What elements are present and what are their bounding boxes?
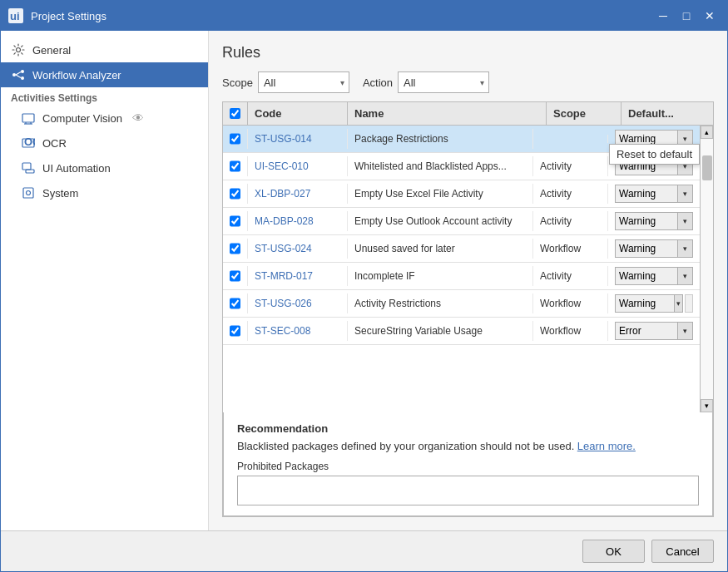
default-select-6[interactable]: WarningError	[615, 294, 675, 313]
dropdown-btn-7[interactable]: ▾	[678, 322, 693, 340]
sidebar-item-ui-automation[interactable]: UI Automation	[1, 155, 208, 180]
recommendation-panel: Recommendation Blacklisted packages defi…	[223, 412, 713, 516]
td-code-4: ST-USG-024	[248, 239, 348, 259]
td-default-4: WarningError ▾	[608, 235, 700, 262]
row-checkbox-0[interactable]	[230, 133, 240, 145]
dropdown-btn-5[interactable]: ▾	[678, 267, 693, 285]
td-name-1: Whitelisted and Blacklisted Apps...	[348, 156, 533, 176]
table-row: ST-SEC-008 SecureString Variable Usage W…	[223, 318, 700, 345]
sidebar-item-general[interactable]: General	[1, 37, 208, 62]
svg-rect-16	[23, 188, 33, 198]
td-name-6: Activity Restrictions	[348, 293, 533, 313]
table-scrollbar: ▴ ▾	[700, 126, 713, 412]
scope-select-wrap: All Activity Workflow	[258, 72, 349, 93]
table-row: ST-USG-014 Package Restrictions WarningE…	[223, 126, 700, 153]
dropdown-btn-2[interactable]: ▾	[678, 185, 693, 203]
close-button[interactable]: ✕	[699, 5, 721, 27]
sidebar: General Workflow Analyzer Activities Set…	[1, 31, 209, 530]
dropdown-btn-4[interactable]: ▾	[678, 239, 693, 258]
td-checkbox-0	[223, 129, 248, 149]
computer-vision-icon	[21, 111, 36, 126]
sidebar-item-workflow-analyzer[interactable]: Workflow Analyzer	[1, 62, 208, 87]
svg-point-2	[17, 48, 21, 52]
scroll-up-btn[interactable]: ▴	[701, 126, 713, 139]
header-checkbox[interactable]	[230, 108, 240, 119]
main-content: Rules Scope All Activity Workflow Action	[209, 31, 727, 530]
learn-more-link[interactable]: Learn more.	[577, 440, 636, 452]
sidebar-item-ocr[interactable]: OCR OCR	[1, 131, 208, 155]
minimize-button[interactable]: ─	[652, 5, 674, 27]
dropdown-btn-3[interactable]: ▾	[678, 212, 693, 230]
td-checkbox-5	[223, 266, 248, 286]
default-select-5[interactable]: WarningError	[615, 267, 678, 285]
scroll-thumb[interactable]	[702, 155, 712, 180]
scroll-track	[701, 139, 713, 399]
svg-point-3	[12, 73, 16, 76]
scope-select[interactable]: All Activity Workflow	[258, 72, 349, 93]
sidebar-general-label: General	[32, 44, 71, 57]
td-scope-1: Activity	[533, 156, 608, 176]
dropdown-btn-6[interactable]: ▾	[675, 294, 683, 313]
td-name-5: Incomplete IF	[348, 266, 533, 286]
row-checkbox-4[interactable]	[230, 243, 240, 254]
default-select-3[interactable]: WarningError	[615, 212, 678, 230]
td-code-6: ST-USG-026	[248, 293, 348, 313]
td-name-2: Empty Use Excel File Activity	[348, 184, 533, 204]
th-name: Name	[348, 102, 547, 125]
footer: OK Cancel	[1, 530, 727, 571]
scroll-down-btn[interactable]: ▾	[701, 399, 713, 412]
ui-automation-icon	[21, 160, 36, 175]
prohibited-packages-input[interactable]	[237, 476, 699, 505]
th-code: Code	[248, 102, 348, 125]
row-checkbox-7[interactable]	[230, 325, 240, 337]
td-scope-5: Activity	[533, 266, 608, 286]
td-default-2: WarningError ▾	[608, 180, 700, 207]
action-filter-group: Action All Warning Error Info	[363, 72, 489, 93]
sidebar-workflow-label: Workflow Analyzer	[32, 69, 121, 81]
td-scope-6: Workflow	[533, 293, 608, 313]
scope-label: Scope	[222, 76, 253, 89]
filters-bar: Scope All Activity Workflow Action All	[222, 72, 714, 93]
ui-automation-label: UI Automation	[42, 162, 111, 175]
action-select[interactable]: All Warning Error Info	[398, 72, 489, 93]
td-checkbox-6	[223, 293, 248, 313]
row-checkbox-1[interactable]	[230, 160, 240, 172]
td-code-2: XL-DBP-027	[248, 184, 348, 204]
th-default: Default...	[622, 102, 713, 125]
default-select-4[interactable]: WarningError	[615, 239, 678, 258]
row-checkbox-2[interactable]	[230, 188, 240, 200]
table-inner: ST-USG-014 Package Restrictions WarningE…	[223, 126, 713, 412]
table-row: ST-USG-026 Activity Restrictions Workflo…	[223, 290, 700, 318]
action-select-wrap: All Warning Error Info	[398, 72, 489, 93]
td-checkbox-3	[223, 211, 248, 231]
svg-point-4	[21, 70, 24, 73]
row-checkbox-3[interactable]	[230, 215, 240, 227]
ocr-icon: OCR	[21, 136, 36, 150]
maximize-button[interactable]: □	[676, 5, 697, 27]
default-select-7[interactable]: ErrorWarning	[615, 322, 678, 340]
svg-rect-14	[22, 163, 31, 170]
td-scope-7: Workflow	[533, 321, 608, 341]
row-checkbox-6[interactable]	[230, 298, 240, 309]
table-row: ST-USG-024 Unused saved for later Workfl…	[223, 235, 700, 263]
project-settings-window: ui Project Settings ─ □ ✕ General	[0, 0, 728, 572]
ok-button[interactable]: OK	[582, 540, 645, 563]
td-scope-0	[533, 135, 608, 143]
default-select-2[interactable]: WarningError	[615, 185, 678, 203]
table-header: Code Name Scope Default...	[223, 102, 713, 126]
sidebar-item-system[interactable]: System	[1, 180, 208, 205]
svg-text:OCR: OCR	[24, 136, 35, 148]
svg-point-17	[27, 191, 31, 195]
td-code-0: ST-USG-014	[248, 129, 348, 149]
td-default-0: WarningErrorInfo ▾ Reset to default	[608, 126, 700, 152]
cancel-button[interactable]: Cancel	[651, 540, 714, 563]
context-tooltip[interactable]: Reset to default	[609, 144, 700, 165]
td-default-6: WarningError ▾	[608, 290, 700, 317]
sidebar-item-computer-vision[interactable]: Computer Vision 👁	[1, 106, 208, 131]
gear-icon	[11, 42, 26, 57]
td-name-0: Package Restrictions	[348, 129, 533, 149]
app-icon: ui	[7, 7, 24, 24]
system-label: System	[42, 187, 78, 200]
row-checkbox-5[interactable]	[230, 270, 240, 282]
td-code-1: UI-SEC-010	[248, 156, 348, 176]
